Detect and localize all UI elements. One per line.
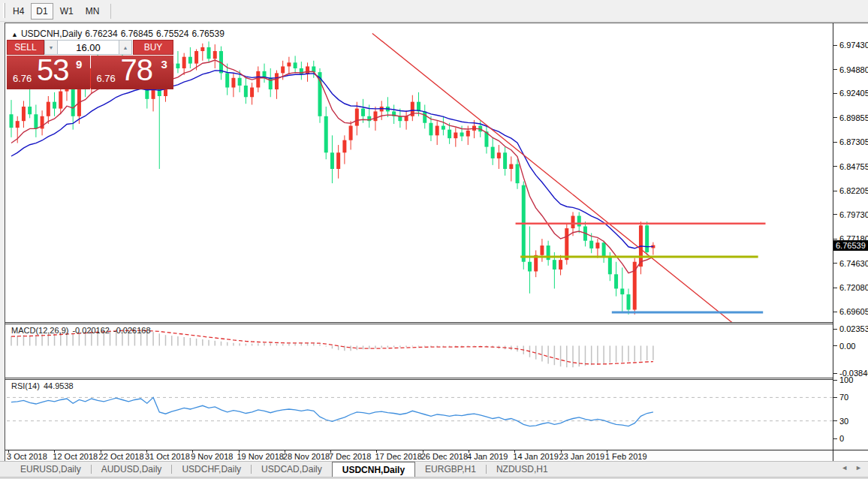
axis-tick: [833, 397, 837, 398]
price-axis-label: 6.79730: [839, 210, 868, 219]
date-axis-label: 1 Feb 2019: [605, 452, 647, 461]
volume-input[interactable]: 16.00: [58, 40, 119, 55]
axis-tick: [833, 69, 837, 70]
sell-button[interactable]: SELL: [7, 40, 44, 55]
price-axis[interactable]: 6.974306.948806.924056.898556.873056.847…: [833, 23, 868, 450]
date-axis-label: 4 Jan 2019: [467, 452, 508, 461]
timeframe-button-h4[interactable]: H4: [8, 3, 29, 20]
sell-price-big: 53: [37, 53, 69, 87]
axis-tick: [833, 93, 837, 94]
timeframe-button-mn[interactable]: MN: [80, 3, 105, 20]
current-price-tag: 6.76539: [833, 240, 868, 251]
axis-tick: [833, 380, 837, 381]
macd-value-signal: -0.026168: [113, 326, 151, 335]
macd-histogram: [11, 330, 653, 368]
buy-button[interactable]: BUY: [133, 40, 173, 55]
chart-tab-nzdusd[interactable]: NZDUSD,H1: [487, 462, 558, 477]
chart-ohlc-header: ▲USDCNH,Daily6.762346.768456.755246.7653…: [11, 29, 228, 39]
rsi-axis-label: 100: [839, 375, 853, 384]
date-axis-label: 26 Dec 2018: [421, 452, 468, 461]
axis-tick: [833, 329, 837, 330]
date-axis-label: 23 Jan 2019: [559, 452, 605, 461]
toolbar-grip[interactable]: [3, 3, 5, 18]
date-axis-label: 9 Nov 2018: [191, 452, 233, 461]
rsi-label: RSI(14)44.9538: [11, 381, 77, 390]
axis-tick: [833, 373, 837, 374]
buy-price-box[interactable]: 6.76 78 3: [91, 56, 174, 89]
collapse-arrow-icon[interactable]: ▲: [11, 31, 18, 38]
axis-tick: [833, 191, 837, 191]
tab-scroll-left-icon[interactable]: ◄: [841, 464, 848, 471]
price-axis-label: 6.92405: [839, 89, 868, 98]
price-axis-label: 6.89855: [839, 113, 868, 122]
axis-tick: [833, 214, 837, 215]
axis-tick: [833, 345, 837, 346]
date-axis-label: 12 Oct 2018: [53, 452, 98, 461]
price-axis-label: 6.82205: [839, 186, 868, 195]
sell-price-pip: 9: [76, 58, 82, 71]
chart-window: ▲USDCNH,Daily6.762346.768456.755246.7653…: [5, 23, 868, 461]
axis-tick: [833, 438, 837, 439]
axis-tick: [833, 142, 837, 143]
sell-price-box[interactable]: 6.76 53 9: [7, 56, 90, 89]
price-axis-label: 6.97430: [839, 41, 868, 50]
date-axis-label: 3 Oct 2018: [7, 452, 47, 461]
trading-app-window: H4D1W1MN ▲USDCNH,Daily6.762346.768456.75…: [0, 0, 868, 479]
buy-price-pip: 3: [161, 58, 167, 71]
macd-name: MACD(12,26,9): [11, 326, 68, 335]
timeframe-toolbar: H4D1W1MN: [0, 0, 868, 22]
timeframe-button-w1[interactable]: W1: [55, 3, 79, 20]
volume-increase-button[interactable]: ▲: [119, 40, 132, 55]
date-axis-label: 28 Nov 2018: [283, 452, 330, 461]
macd-value-main: -0.020162: [72, 326, 110, 335]
price-axis-label: 6.94880: [839, 65, 868, 74]
chart-tab-usdcad[interactable]: USDCAD,Daily: [252, 462, 332, 477]
rsi-name: RSI(14): [11, 381, 40, 390]
rsi-axis-label: 0: [839, 434, 844, 443]
trade-controls-row: SELL ▼ 16.00 ▲ BUY: [7, 40, 173, 55]
rsi-axis-label: 70: [839, 393, 848, 402]
chart-tab-usdcnh[interactable]: USDCNH,Daily: [332, 462, 415, 477]
macd-panel-splitter[interactable]: [5, 322, 868, 324]
ohlc-high: 6.76845: [121, 29, 153, 39]
price-axis-label: 6.72080: [839, 283, 868, 292]
date-axis[interactable]: 3 Oct 201812 Oct 201822 Oct 201831 Oct 2…: [5, 450, 833, 462]
one-click-trade-panel: SELL ▼ 16.00 ▲ BUY 6.76 53 9 6.76 78 3: [7, 40, 173, 89]
price-axis-label: 6.87305: [839, 137, 868, 146]
descending-trendline: [372, 33, 734, 322]
volume-decrease-button[interactable]: ▼: [44, 40, 58, 55]
date-axis-label: 19 Nov 2018: [237, 452, 284, 461]
chart-tab-eurgbp[interactable]: EURGBP,H1: [415, 462, 486, 477]
price-axis-label: 6.84755: [839, 162, 868, 171]
chart-tab-eurusd[interactable]: EURUSD,Daily: [11, 462, 91, 477]
price-axis-label: 6.69605: [839, 307, 868, 316]
chart-tabbar: EURUSD,DailyAUDUSD,DailyUSDCHF,DailyUSDC…: [0, 461, 868, 477]
macd-axis-label: 0.00: [839, 342, 855, 351]
ohlc-open: 6.76234: [85, 29, 117, 39]
axis-tick: [833, 263, 837, 264]
chart-tab-usdchf[interactable]: USDCHF,Daily: [172, 462, 251, 477]
tabs-row: EURUSD,DailyAUDUSD,DailyUSDCHF,DailyUSDC…: [11, 462, 558, 477]
tab-scroll-controls: ◄ ►: [841, 464, 862, 471]
rsi-line: [11, 397, 653, 426]
axis-tick: [833, 166, 837, 167]
ohlc-close: 6.76539: [191, 29, 224, 39]
chart-tab-audusd[interactable]: AUDUSD,Daily: [92, 462, 172, 477]
axis-tick: [833, 288, 837, 288]
chart-symbol-label: USDCNH,Daily: [21, 29, 82, 39]
rsi-canvas[interactable]: [7, 380, 833, 450]
date-axis-label: 7 Dec 2018: [329, 452, 371, 461]
timeframe-button-d1[interactable]: D1: [31, 3, 53, 20]
date-axis-label: 14 Jan 2019: [513, 452, 559, 461]
axis-tick: [833, 312, 837, 312]
date-axis-label: 17 Dec 2018: [375, 452, 421, 461]
axis-tick: [833, 45, 837, 46]
timeframe-group: H4D1W1MN: [8, 2, 116, 20]
price-axis-label: 6.74630: [839, 259, 868, 268]
macd-label: MACD(12,26,9)-0.020162-0.026168: [11, 326, 155, 335]
toolbar-separator: [110, 4, 111, 19]
axis-tick: [833, 420, 837, 421]
date-axis-label: 31 Oct 2018: [145, 452, 190, 461]
axis-tick: [833, 117, 837, 118]
tab-scroll-right-icon[interactable]: ►: [855, 464, 862, 471]
